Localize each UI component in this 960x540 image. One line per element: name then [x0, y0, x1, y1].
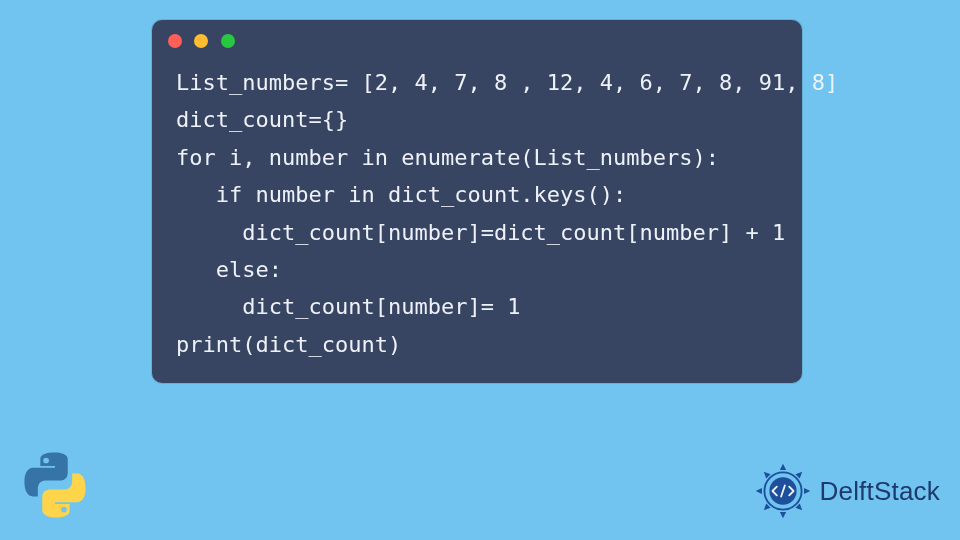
- code-line: List_numbers= [2, 4, 7, 8 , 12, 4, 6, 7,…: [176, 70, 838, 95]
- window-controls: [152, 20, 802, 60]
- code-window: List_numbers= [2, 4, 7, 8 , 12, 4, 6, 7,…: [152, 20, 802, 383]
- brand: DelftStack: [752, 460, 941, 522]
- brand-logo-icon: [752, 460, 814, 522]
- brand-name: DelftStack: [820, 476, 941, 507]
- code-line: if number in dict_count.keys():: [176, 182, 626, 207]
- code-line: dict_count[number]= 1: [176, 294, 520, 319]
- code-line: dict_count[number]=dict_count[number] + …: [176, 220, 785, 245]
- code-line: dict_count={}: [176, 107, 348, 132]
- code-line: print(dict_count): [176, 332, 401, 357]
- code-line: else:: [176, 257, 282, 282]
- code-line: for i, number in enumerate(List_numbers)…: [176, 145, 719, 170]
- zoom-icon: [221, 34, 235, 48]
- minimize-icon: [194, 34, 208, 48]
- python-logo-icon: [20, 450, 90, 520]
- close-icon: [168, 34, 182, 48]
- code-block: List_numbers= [2, 4, 7, 8 , 12, 4, 6, 7,…: [152, 60, 802, 371]
